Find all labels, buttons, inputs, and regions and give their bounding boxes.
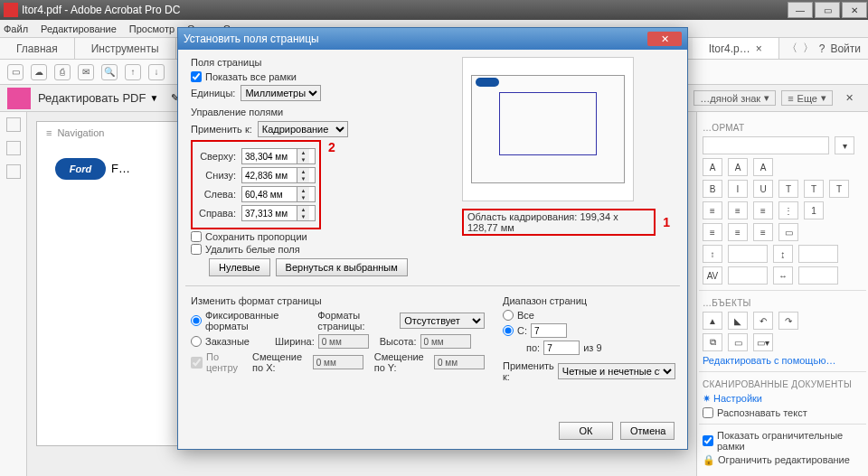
remove-white-checkbox[interactable] bbox=[191, 244, 202, 255]
all-pages-label: Все bbox=[517, 310, 534, 321]
of-total-label: из 9 bbox=[583, 342, 601, 353]
dialog-title: Установить поля страницы bbox=[184, 33, 319, 45]
offset-x-input bbox=[313, 355, 363, 369]
all-pages-radio[interactable] bbox=[503, 310, 514, 321]
fixed-formats-label: Фиксированные форматы bbox=[205, 310, 307, 331]
spinner-down-icon[interactable]: ▼ bbox=[297, 213, 309, 220]
width-input bbox=[318, 334, 369, 349]
page-formats-select[interactable]: Отсутствует bbox=[400, 313, 485, 329]
margin-left-label: Слева: bbox=[196, 189, 236, 200]
show-all-frames-label: Показать все рамки bbox=[205, 71, 297, 82]
height-input bbox=[420, 334, 471, 349]
from-label: С: bbox=[517, 325, 527, 336]
spinner-down-icon[interactable]: ▼ bbox=[297, 156, 309, 163]
dialog-titlebar: Установить поля страницы ✕ bbox=[178, 28, 687, 50]
center-label: По центру bbox=[206, 351, 241, 373]
keep-ratio-checkbox[interactable] bbox=[191, 231, 202, 242]
offset-x-label: Смещение по X: bbox=[252, 351, 309, 373]
custom-radio[interactable] bbox=[191, 336, 202, 347]
margin-bottom-label: Снизу: bbox=[196, 170, 236, 181]
set-page-boxes-dialog: Установить поля страницы ✕ Поля страницы… bbox=[177, 27, 688, 450]
keep-ratio-label: Сохранить пропорции bbox=[205, 231, 307, 242]
page-range-section-label: Диапазон страниц bbox=[503, 295, 675, 306]
spinner-up-icon[interactable]: ▲ bbox=[297, 187, 309, 194]
annotation-2: 2 bbox=[328, 140, 335, 154]
modal-overlay: Установить поля страницы ✕ Поля страницы… bbox=[0, 0, 868, 476]
from-page-input[interactable] bbox=[531, 323, 567, 338]
spinner-up-icon[interactable]: ▲ bbox=[297, 149, 309, 156]
fixed-formats-radio[interactable] bbox=[191, 315, 202, 326]
center-checkbox bbox=[191, 357, 203, 369]
show-all-frames-checkbox[interactable] bbox=[191, 71, 202, 82]
apply-to-pages-select[interactable]: Четные и нечетные страницы bbox=[558, 363, 675, 379]
height-label: Высота: bbox=[380, 336, 417, 347]
to-page-input[interactable] bbox=[543, 341, 580, 355]
margin-bottom-input[interactable] bbox=[242, 168, 297, 182]
crop-area-readout: Область кадрирования: 199,34 x 128,77 мм bbox=[462, 209, 656, 236]
page-preview bbox=[462, 57, 634, 201]
offset-y-input bbox=[434, 355, 485, 369]
offset-y-label: Смещение по Y: bbox=[374, 351, 430, 373]
apply-to-select[interactable]: Кадрирование bbox=[258, 121, 348, 137]
cancel-button[interactable]: Отмена bbox=[620, 422, 675, 440]
preview-crop-box bbox=[499, 92, 597, 155]
custom-label: Заказные bbox=[205, 336, 250, 347]
margin-top-input[interactable] bbox=[242, 149, 297, 163]
revert-button[interactable]: Вернуться к выбранным bbox=[276, 258, 408, 276]
from-pages-radio[interactable] bbox=[503, 325, 514, 336]
spinner-up-icon[interactable]: ▲ bbox=[297, 206, 309, 213]
to-label: по: bbox=[526, 342, 540, 353]
apply-to-pages-label: Применить к: bbox=[503, 360, 554, 382]
margin-left-input[interactable] bbox=[242, 187, 297, 201]
zero-margins-button[interactable]: Нулевые bbox=[209, 258, 270, 276]
page-formats-label: Форматы страницы: bbox=[317, 310, 396, 331]
spinner-down-icon[interactable]: ▼ bbox=[297, 194, 309, 201]
ok-button[interactable]: ОК bbox=[559, 422, 613, 440]
change-size-section-label: Изменить формат страницы bbox=[191, 295, 485, 306]
margin-top-label: Сверху: bbox=[196, 151, 236, 162]
preview-page bbox=[471, 75, 625, 183]
margin-right-input[interactable] bbox=[242, 206, 297, 220]
page-fields-section-label: Поля страницы bbox=[191, 57, 444, 68]
margin-right-label: Справа: bbox=[196, 208, 236, 219]
margin-section-label: Управление полями bbox=[191, 107, 444, 117]
width-label: Ширина: bbox=[275, 336, 315, 347]
margins-highlight-box: Сверху:▲▼ Снизу:▲▼ Слева:▲▼ Справа:▲▼ bbox=[191, 140, 321, 229]
units-select[interactable]: Миллиметры bbox=[241, 85, 321, 101]
spinner-down-icon[interactable]: ▼ bbox=[297, 175, 309, 182]
remove-white-label: Удалить белые поля bbox=[205, 244, 300, 255]
dialog-close-button[interactable]: ✕ bbox=[647, 32, 682, 46]
preview-ford-logo bbox=[476, 78, 499, 87]
spinner-up-icon[interactable]: ▲ bbox=[297, 168, 309, 175]
units-label: Единицы: bbox=[191, 88, 235, 98]
annotation-1: 1 bbox=[663, 215, 670, 229]
apply-to-label: Применить к: bbox=[191, 124, 252, 135]
